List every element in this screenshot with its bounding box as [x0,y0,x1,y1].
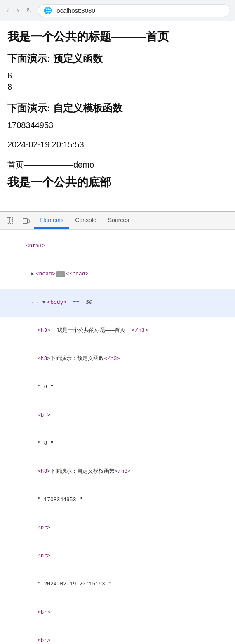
timestamp-unix: 1708344953 [7,121,228,130]
svg-rect-3 [28,220,29,223]
br-tag-3: <br> [0,542,235,570]
value-1: 6 [7,71,228,80]
address-bar[interactable]: 🌐 localhost:8080 [38,4,230,17]
head-tag: ▶<head>···</head> [0,260,235,288]
h3-section1-tag: <h3>下面演示：预定义函数</h3> [0,345,235,373]
tab-console[interactable]: Console [69,213,102,229]
page-content: 我是一个公共的标题———首页 下面演示: 预定义函数 6 8 下面演示: 自定义… [0,21,235,211]
page-name: 首页——————demo [7,159,228,170]
svg-rect-2 [23,218,27,224]
value-2: 8 [7,82,228,92]
br-tag-1: <br> [0,401,235,429]
tab-elements[interactable]: Elements [34,213,69,229]
h3-title-tag: <h3> 我是一个公共的标题———首页 </h3> [0,317,235,345]
text-unix-timestamp: " 1708344953 " [0,486,235,514]
footer-title: 我是一个公共的底部 [7,175,228,190]
forward-button[interactable]: › [15,5,21,17]
html-open-tag: <html> [0,232,235,260]
devtools-tabs: Elements Console Sources [0,212,235,230]
timestamp-formatted: 2024-02-19 20:15:53 [7,140,228,149]
devtools-panel: Elements Console Sources <html> ▶<head>·… [0,211,235,644]
device-toolbar-button[interactable] [18,215,34,227]
back-button[interactable]: ‹ [5,5,11,17]
browser-chrome: ‹ › ↻ 🌐 localhost:8080 [0,0,235,21]
br-tag-2: <br> [0,514,235,542]
section2-heading: 下面演示: 自定义模板函数 [7,102,228,115]
section1-heading: 下面演示: 预定义函数 [7,52,228,65]
br-tag-4: <br> [0,599,235,627]
text-formatted-timestamp: " 2024-02-19 20:15:53 " [0,570,235,598]
text-val2: " 8 " [0,429,235,457]
url-text: localhost:8080 [55,7,95,14]
reload-button[interactable]: ↻ [25,5,33,16]
inspect-element-button[interactable] [2,215,18,227]
body-tag[interactable]: ··· ▼<body> == $0 [0,289,235,317]
globe-icon: 🌐 [44,7,52,14]
elements-panel: <html> ▶<head>···</head> ··· ▼<body> == … [0,230,235,644]
text-val1: " 6 " [0,373,235,401]
br-tag-5: <br> [0,627,235,644]
h3-section2-tag: <h3>下面演示：自定义模板函数</h3> [0,457,235,485]
page-title: 我是一个公共的标题———首页 [7,29,228,45]
tab-sources[interactable]: Sources [102,213,135,229]
